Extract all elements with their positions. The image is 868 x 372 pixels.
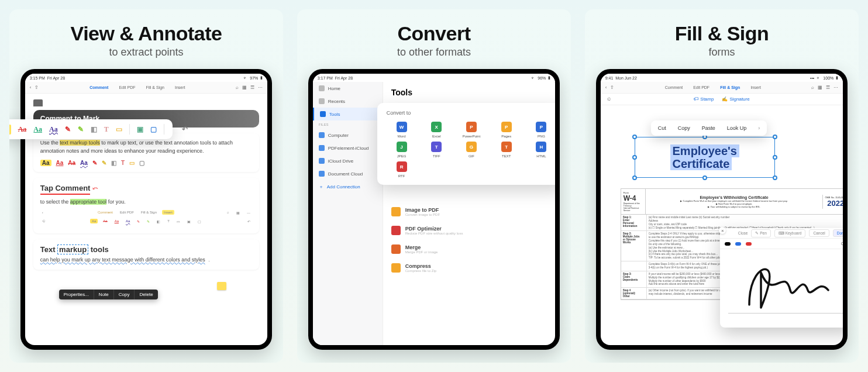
crop-icon[interactable]: ⟮⟯ [607,97,611,102]
resize-handle[interactable] [632,155,637,160]
tab-comment[interactable]: Comment [86,84,112,91]
sidebar-item-home[interactable]: Home [313,82,383,95]
bookmark-icon[interactable]: ☰ [826,85,830,90]
image-tool-icon[interactable]: ▣ [137,125,143,134]
tab-edit[interactable]: Edit PDF [115,84,139,91]
sidebar-item-doccloud[interactable]: Document Cloud [313,167,383,180]
format-gif[interactable]: GGIF [456,142,487,158]
mini-undo-icon[interactable]: ↶ [246,219,252,224]
stamp-button[interactable]: 🏷Stamp [694,97,714,102]
sig-keyboard-tab[interactable]: ⌨ Keyboard [774,229,806,237]
ctx-delete[interactable]: Delete [135,290,157,299]
resize-handle[interactable] [632,175,637,180]
share-icon[interactable]: ⇪ [610,85,614,90]
ctx-cut[interactable]: Cut [652,123,672,133]
tool-compress[interactable]: CompressCompress file to Zip [391,259,547,277]
tool-sample-eraser[interactable]: ◧ [111,160,116,166]
selected-word[interactable]: markup [57,244,88,254]
resize-handle[interactable] [773,135,777,139]
tool-sample-highlight[interactable]: Aa [40,160,51,166]
grid-icon[interactable]: ▦ [818,85,822,90]
format-tiff[interactable]: TTIFF [421,142,452,158]
back-icon[interactable]: ‹ [30,85,32,90]
ctx-copy[interactable]: Copy [672,123,696,133]
undo-icon[interactable]: ↶ [182,125,188,134]
chevron-right-icon[interactable]: › [752,123,766,133]
sidebar-item-icloud[interactable]: iCloud Drive [313,154,383,167]
sidebar-item-recents[interactable]: Recents [313,95,383,108]
ctx-properties[interactable]: Properties... [59,290,94,299]
tab-fill[interactable]: Fill & Sign [142,84,168,91]
sig-done[interactable]: Done [833,229,843,237]
mini-search-icon[interactable]: ⌕ [225,210,231,215]
format-excel[interactable]: XExcel [421,122,452,138]
search-icon[interactable]: ⌕ [811,85,814,90]
format-word[interactable]: WWord [387,122,417,138]
format-text[interactable]: TTEXT [491,142,522,158]
tab-insert[interactable]: Insert [747,84,764,91]
strikethrough-tool-icon[interactable]: Aa [18,125,27,134]
tab-insert[interactable]: Insert [171,84,189,91]
share-icon[interactable]: ⇪ [35,85,39,90]
format-rtf[interactable]: RRTF [387,161,417,178]
tool-merge[interactable]: MergeMerge PDF or image [391,240,547,259]
sidebar-item-pdfe-icloud[interactable]: PDFelement-iCloud [313,142,383,154]
mini-tab-insert[interactable]: Insert [162,210,174,215]
mini-grid-icon[interactable]: ▦ [235,210,242,215]
eraser-tool-icon[interactable]: ◧ [91,125,97,134]
mini-tab-fill[interactable]: Fill & Sign [139,210,159,215]
tool-sample-pen[interactable]: ✎ [92,160,97,166]
highlight-tool-icon[interactable]: Aa [9,125,11,135]
tool-sample-note[interactable]: ▭ [129,160,135,166]
tool-sample-textbox[interactable]: T [121,160,125,166]
pen-tool-icon[interactable]: ✎ [65,125,71,134]
squiggly-tool-icon[interactable]: Aa [49,125,58,134]
resize-handle[interactable] [632,135,637,139]
more-icon[interactable]: ⋯ [258,85,263,90]
back-icon[interactable]: ‹ [605,85,607,90]
sig-close-label[interactable]: Close [738,231,748,235]
textbox-tool-icon[interactable]: T [104,125,109,134]
sticky-note-tool-icon[interactable]: ▭ [116,125,122,134]
color-black[interactable] [725,242,731,246]
tool-image-to-pdf[interactable]: Image to PDFConvert image to PDF [391,202,547,221]
mini-more-icon[interactable]: ⋯ [245,210,252,215]
format-html[interactable]: HHTML [526,142,556,158]
sig-cancel[interactable]: Cancel [809,229,829,237]
sidebar-add-connection[interactable]: ＋Add Connection [313,180,383,194]
search-icon[interactable]: ⌕ [236,85,239,90]
sig-clear[interactable]: Clear [841,242,843,246]
underline-tool-icon[interactable]: Aa [33,125,42,134]
area-select-icon[interactable]: ▢ [150,125,157,134]
marker-tool-icon[interactable]: ✎ [78,125,84,134]
more-icon[interactable]: ⋯ [833,85,838,90]
sticky-note-icon[interactable] [217,282,226,290]
ctx-note[interactable]: Note [94,290,114,299]
mini-back-icon[interactable]: ‹ [40,210,45,215]
sidebar-item-computer[interactable]: Computer [313,129,383,142]
tool-sample-underline[interactable]: Aa [56,160,64,166]
bookmark-icon[interactable]: ☰ [250,85,254,90]
color-red[interactable] [746,242,752,246]
tool-sample-squiggly[interactable]: Aa [80,160,88,166]
selection-frame[interactable]: Employee's Certificate [635,137,775,178]
tool-sample-shape[interactable]: ▢ [139,160,144,166]
signature-button[interactable]: ✍Signature [722,97,749,102]
tab-comment[interactable]: Comment [662,84,686,91]
tool-sample-marker[interactable]: ✎ [102,160,106,166]
tab-edit[interactable]: Edit PDF [690,84,713,91]
tab-fill[interactable]: Fill & Sign [717,84,743,91]
resize-handle[interactable] [773,155,777,160]
mini-tab-edit[interactable]: Edit PDF [118,210,136,215]
sidebar-item-tools[interactable]: Tools [313,108,383,120]
grid-icon[interactable]: ▦ [242,85,247,90]
format-pages[interactable]: PPages [491,122,522,138]
ctx-lookup[interactable]: Look Up [721,123,753,133]
tool-sample-strike[interactable]: Aa [68,160,75,166]
mini-tab-comment[interactable]: Comment [96,210,115,215]
resize-handle[interactable] [702,175,707,180]
format-jpeg[interactable]: JJPEG [387,142,417,158]
ctx-copy[interactable]: Copy [114,290,135,299]
format-png[interactable]: PPNG [526,122,556,138]
sig-pen-tab[interactable]: ✎ Pen [751,229,770,237]
